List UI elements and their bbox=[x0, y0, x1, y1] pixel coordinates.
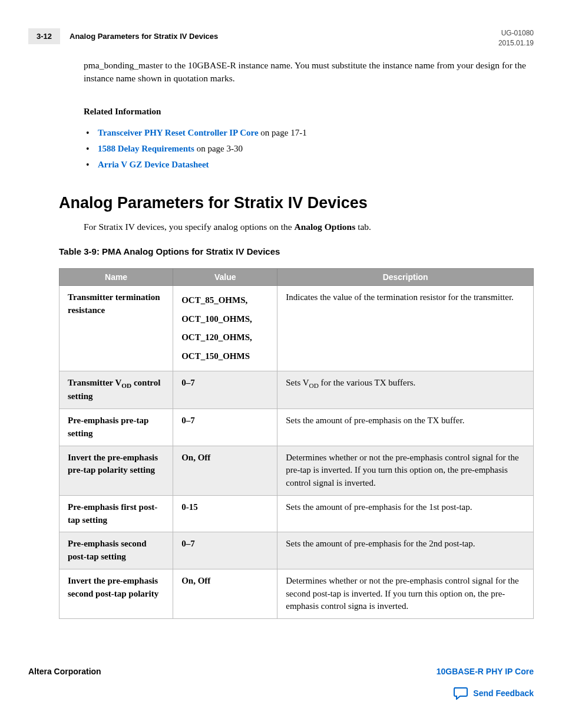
cell-desc: Sets the amount of pre-emphasis on the T… bbox=[277, 409, 534, 446]
table-row: Pre-emphasis first post-tap setting0-15S… bbox=[59, 495, 534, 532]
cell-desc: Determines whether or not the pre-emphas… bbox=[277, 446, 534, 495]
cell-name: Invert the pre-emphasis second post-tap … bbox=[59, 569, 173, 618]
feedback-icon bbox=[453, 687, 468, 700]
page-number: 3-12 bbox=[28, 28, 60, 44]
table-row: Invert the pre-emphasis pre-tap polarity… bbox=[59, 446, 534, 495]
related-item: Arria V GZ Device Datasheet bbox=[84, 157, 534, 173]
header-right: UG-01080 2015.01.19 bbox=[498, 28, 534, 48]
cell-value: 0-15 bbox=[173, 495, 277, 532]
header-left: 3-12 Analog Parameters for Stratix IV De… bbox=[28, 28, 218, 44]
related-link[interactable]: Arria V GZ Device Datasheet bbox=[98, 160, 209, 169]
table-row: Invert the pre-emphasis second post-tap … bbox=[59, 569, 534, 618]
cell-value: 0–7 bbox=[173, 409, 277, 446]
doc-id: UG-01080 bbox=[498, 28, 534, 38]
th-name: Name bbox=[59, 269, 173, 286]
cell-desc: Sets VOD for the various TX buffers. bbox=[277, 371, 534, 409]
intro-post: tab. bbox=[355, 222, 371, 232]
intro-pre: For Stratix IV devices, you specify anal… bbox=[84, 222, 294, 232]
cell-desc: Determines whether or not the pre-emphas… bbox=[277, 569, 534, 618]
cell-value: On, Off bbox=[173, 569, 277, 618]
table-caption: Table 3-9: PMA Analog Options for Strati… bbox=[59, 246, 534, 256]
cell-desc: Sets the amount of pre-emphasis for the … bbox=[277, 532, 534, 569]
table-row: Pre-emphasis second post-tap setting0–7S… bbox=[59, 532, 534, 569]
page-footer: Altera Corporation 10GBASE-R PHY IP Core… bbox=[28, 667, 534, 700]
table-row: Transmitter VOD control setting0–7Sets V… bbox=[59, 371, 534, 409]
feedback[interactable]: Send Feedback bbox=[28, 687, 534, 700]
cell-name: Pre-emphasis second post-tap setting bbox=[59, 532, 173, 569]
cell-name: Transmitter termination resistance bbox=[59, 286, 173, 371]
footer-left: Altera Corporation bbox=[28, 667, 101, 676]
related-list: Transceiver PHY Reset Controller IP Core… bbox=[84, 125, 534, 173]
table-row: Pre-emphasis pre-tap setting0–7Sets the … bbox=[59, 409, 534, 446]
pma-options-table: Name Value Description Transmitter termi… bbox=[59, 268, 534, 619]
cell-desc: Sets the amount of pre-emphasis for the … bbox=[277, 495, 534, 532]
th-value: Value bbox=[173, 269, 277, 286]
related-link[interactable]: 1588 Delay Requirements bbox=[98, 144, 194, 153]
cell-desc: Indicates the value of the termination r… bbox=[277, 286, 534, 371]
cell-name: Pre-emphasis first post-tap setting bbox=[59, 495, 173, 532]
section-heading: Analog Parameters for Stratix IV Devices bbox=[59, 194, 534, 212]
page-header: 3-12 Analog Parameters for Stratix IV De… bbox=[28, 28, 534, 48]
related-suffix: on page 3-30 bbox=[194, 144, 243, 153]
top-paragraph: pma_bonding_master to the 10GBASE-R inst… bbox=[84, 59, 534, 85]
cell-name: Invert the pre-emphasis pre-tap polarity… bbox=[59, 446, 173, 495]
doc-date: 2015.01.19 bbox=[498, 38, 534, 48]
cell-value: OCT_85_OHMS,OCT_100_OHMS,OCT_120_OHMS,OC… bbox=[173, 286, 277, 371]
intro-bold: Analog Options bbox=[294, 222, 355, 232]
table-row: Transmitter termination resistanceOCT_85… bbox=[59, 286, 534, 371]
cell-name: Transmitter VOD control setting bbox=[59, 371, 173, 409]
related-item: Transceiver PHY Reset Controller IP Core… bbox=[84, 125, 534, 141]
feedback-text[interactable]: Send Feedback bbox=[473, 689, 534, 698]
related-link[interactable]: Transceiver PHY Reset Controller IP Core bbox=[98, 128, 259, 137]
section-intro: For Stratix IV devices, you specify anal… bbox=[84, 220, 534, 233]
cell-value: 0–7 bbox=[173, 371, 277, 409]
header-title: Analog Parameters for Stratix IV Devices bbox=[70, 32, 218, 41]
related-heading: Related Information bbox=[84, 107, 534, 117]
cell-name: Pre-emphasis pre-tap setting bbox=[59, 409, 173, 446]
related-suffix: on page 17-1 bbox=[259, 128, 307, 137]
related-item: 1588 Delay Requirements on page 3-30 bbox=[84, 141, 534, 157]
footer-right-link[interactable]: 10GBASE-R PHY IP Core bbox=[437, 667, 534, 676]
th-desc: Description bbox=[277, 269, 534, 286]
cell-value: On, Off bbox=[173, 446, 277, 495]
cell-value: 0–7 bbox=[173, 532, 277, 569]
